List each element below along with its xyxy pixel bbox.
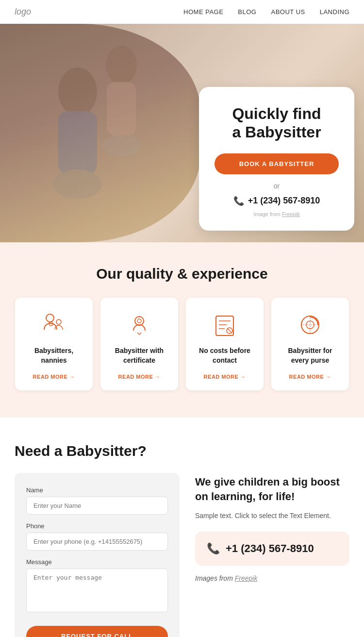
contact-form-wrap: Name Phone Message REQUEST FOR CALL — [15, 473, 180, 637]
no-costs-icon — [211, 311, 238, 338]
nav-blog[interactable]: BLOG — [238, 8, 256, 16]
name-group: Name — [26, 486, 168, 515]
card-1-read-more[interactable]: READ MORE → — [33, 374, 75, 380]
nav-landing[interactable]: LANDING — [320, 8, 349, 16]
phone-group: Phone — [26, 522, 168, 551]
svg-point-10 — [137, 319, 141, 323]
svg-rect-11 — [216, 316, 233, 335]
card-4-read-more[interactable]: READ MORE → — [289, 374, 331, 380]
card-1-title: Babysitters, nannies — [23, 346, 85, 365]
phone-icon: 📞 — [233, 196, 244, 206]
svg-point-6 — [46, 314, 54, 322]
hero-image-decoration2 — [87, 38, 155, 174]
certificate-icon — [126, 311, 153, 338]
logo: logo — [15, 7, 31, 17]
svg-point-5 — [102, 134, 141, 156]
card-2-read-more[interactable]: READ MORE → — [118, 374, 161, 380]
contact-heading: Need a Babysitter? — [15, 443, 349, 459]
svg-line-16 — [228, 329, 232, 333]
hero-image-credit: Image from Freepik — [215, 211, 339, 217]
phone-box-icon: 📞 — [207, 542, 220, 555]
babysitter-nannies-icon — [40, 311, 67, 338]
images-credit: Images from Freepik — [195, 573, 349, 584]
phone-label: Phone — [26, 522, 168, 530]
nav-home[interactable]: HOME PAGE — [183, 8, 223, 16]
quality-card-1: Babysitters, nannies READ MORE → — [15, 298, 93, 390]
phone-input[interactable] — [26, 533, 168, 551]
freepik-images-link[interactable]: Freepik — [235, 574, 258, 582]
request-for-call-button[interactable]: REQUEST FOR CALL — [26, 626, 168, 637]
hero-or-text: or — [215, 182, 339, 190]
message-label: Message — [26, 558, 168, 566]
nav-about[interactable]: ABOUT US — [271, 8, 305, 16]
quality-heading: Our quality & experience — [15, 266, 349, 282]
main-nav: HOME PAGE BLOG ABOUT US LANDING — [183, 8, 349, 16]
message-input[interactable] — [26, 569, 168, 612]
quality-cards: Babysitters, nannies READ MORE → Babysit… — [15, 298, 349, 390]
every-purse-icon — [297, 311, 324, 338]
name-input[interactable] — [26, 497, 168, 515]
message-group: Message — [26, 558, 168, 614]
card-2-title: Babysitter with certificate — [108, 346, 170, 365]
contact-right: We give children a big boost on learning… — [195, 473, 349, 594]
hero-section: Quickly find a Babysitter BOOK A BABYSIT… — [0, 24, 364, 242]
freepik-link[interactable]: Freepik — [282, 211, 300, 217]
contact-right-text: Sample text. Click to select the Text El… — [195, 511, 349, 521]
hero-card: Quickly find a Babysitter BOOK A BABYSIT… — [199, 87, 354, 231]
name-label: Name — [26, 486, 168, 494]
book-babysitter-button[interactable]: BOOK A BABYSITTER — [215, 153, 339, 174]
contact-phone-box: 📞 +1 (234) 567-8910 — [195, 532, 349, 566]
hero-phone: 📞 +1 (234) 567-8910 — [215, 196, 339, 206]
hero-phone-number: +1 (234) 567-8910 — [248, 196, 320, 206]
svg-point-3 — [106, 46, 137, 84]
quality-card-3: No costs before contact READ MORE → — [186, 298, 264, 390]
contact-phone-number: +1 (234) 567-8910 — [226, 542, 314, 555]
svg-point-9 — [135, 317, 144, 325]
contact-layout: Name Phone Message REQUEST FOR CALL We g… — [15, 473, 349, 637]
svg-point-7 — [56, 319, 61, 324]
contact-section: Need a Babysitter? Name Phone Message RE… — [0, 418, 364, 637]
svg-rect-4 — [107, 82, 136, 135]
card-4-title: Babysitter for every purse — [279, 346, 341, 365]
quality-section: Our quality & experience Babysitters, na… — [0, 242, 364, 418]
card-3-read-more[interactable]: READ MORE → — [204, 374, 246, 380]
hero-title: Quickly find a Babysitter — [215, 104, 339, 142]
contact-right-heading: We give children a big boost on learning… — [195, 475, 349, 503]
quality-card-2: Babysitter with certificate READ MORE → — [100, 298, 178, 390]
card-3-title: No costs before contact — [194, 346, 256, 365]
quality-card-4: Babysitter for every purse READ MORE → — [271, 298, 349, 390]
